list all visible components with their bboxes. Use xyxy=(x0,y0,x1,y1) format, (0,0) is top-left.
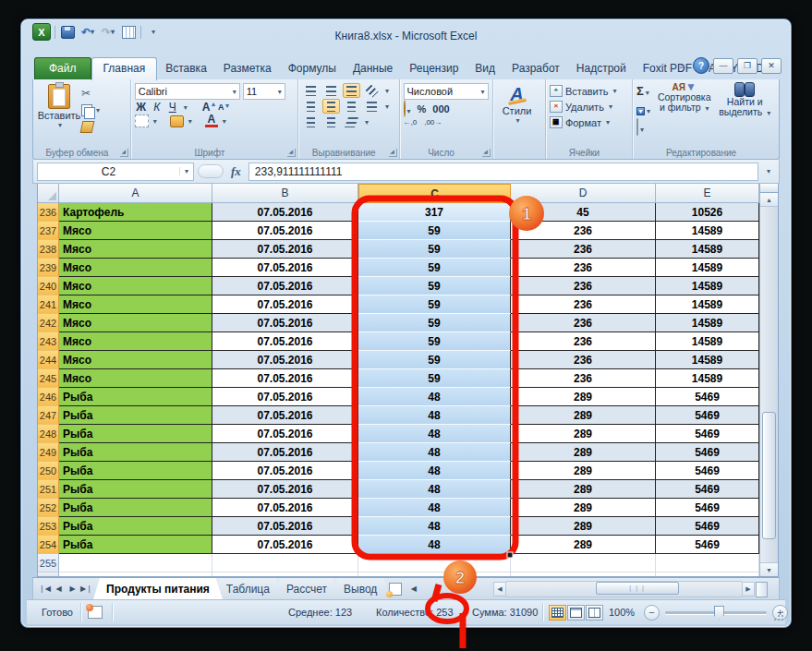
zoom-out-button[interactable]: − xyxy=(644,605,660,621)
dialog-launcher-icon[interactable]: ◢ xyxy=(482,149,491,157)
cell-D252[interactable]: 289 xyxy=(511,499,656,517)
cell-E252[interactable]: 5469 xyxy=(656,499,759,517)
tab-рецензир[interactable]: Рецензир xyxy=(401,58,467,79)
row-header-251[interactable]: 251 xyxy=(38,480,59,499)
cell-A237[interactable]: Мясо xyxy=(59,222,212,240)
cell-C254-selected[interactable]: 48 xyxy=(358,536,511,554)
cell-C246-selected[interactable]: 48 xyxy=(358,388,511,406)
cell-A240[interactable]: Мясо xyxy=(59,277,212,295)
cell-B240[interactable]: 07.05.2016 xyxy=(212,277,358,295)
tab-надстрой[interactable]: Надстрой xyxy=(568,58,635,79)
font-color-button[interactable]: А xyxy=(205,115,218,127)
cell-E239[interactable]: 14589 xyxy=(656,259,759,277)
cell-D250[interactable]: 289 xyxy=(511,462,656,480)
cell-C248-selected[interactable]: 48 xyxy=(358,425,511,443)
tab-разработ[interactable]: Разработ xyxy=(503,58,568,79)
cell-A244[interactable]: Мясо xyxy=(59,351,212,369)
cell-B238[interactable]: 07.05.2016 xyxy=(212,240,358,259)
cell-C240-selected[interactable]: 59 xyxy=(358,277,511,295)
percent-style-button[interactable]: % xyxy=(418,103,427,115)
collapse-ribbon-icon[interactable]: ▵ xyxy=(674,61,689,70)
cell-D242[interactable]: 236 xyxy=(511,314,656,332)
cell-B241[interactable]: 07.05.2016 xyxy=(212,295,358,314)
column-header-A[interactable]: A xyxy=(59,184,212,203)
vertical-scrollbar[interactable]: ▲ ▼ xyxy=(759,184,778,576)
cell-A253[interactable]: Рыба xyxy=(59,517,212,536)
cell-D251[interactable]: 289 xyxy=(511,480,656,499)
cell-B248[interactable]: 07.05.2016 xyxy=(212,425,358,443)
cell-C255[interactable] xyxy=(358,554,511,573)
clear-button[interactable]: ▾ xyxy=(636,119,650,136)
cell-C253-selected[interactable]: 48 xyxy=(358,517,511,536)
cell-A238[interactable]: Мясо xyxy=(59,240,212,259)
cell-B249[interactable]: 07.05.2016 xyxy=(212,443,358,462)
redo-button[interactable]: ↷▾ xyxy=(100,24,116,40)
cell-D236[interactable]: 45 xyxy=(511,203,656,222)
number-format-select[interactable]: Числовой▾ xyxy=(404,83,489,100)
scroll-down-button[interactable]: ▼ xyxy=(760,562,778,576)
dialog-launcher-icon[interactable]: ◢ xyxy=(287,149,296,157)
cell-E244[interactable]: 14589 xyxy=(656,351,759,369)
cell-C249-selected[interactable]: 48 xyxy=(358,443,511,462)
cell-B237[interactable]: 07.05.2016 xyxy=(212,222,358,240)
row-header-241[interactable]: 241 xyxy=(38,295,59,314)
shrink-font-button[interactable]: A▼ xyxy=(218,102,231,112)
cell-A241[interactable]: Мясо xyxy=(59,295,212,314)
fill-color-icon[interactable] xyxy=(170,115,184,127)
delete-cells-button[interactable]: ×Удалить▾ xyxy=(550,100,628,114)
cell-E237[interactable]: 14589 xyxy=(656,222,759,240)
first-sheet-button[interactable]: ❘◀ xyxy=(39,583,51,596)
dialog-launcher-icon[interactable]: ◢ xyxy=(120,149,128,157)
cell-A251[interactable]: Рыба xyxy=(59,480,212,499)
help-button[interactable]: ? xyxy=(693,57,709,74)
cell-C239-selected[interactable]: 59 xyxy=(358,259,511,277)
row-header-242[interactable]: 242 xyxy=(38,314,59,332)
cell-A255[interactable] xyxy=(59,554,212,573)
align-left-button[interactable] xyxy=(302,99,320,114)
cell-D247[interactable]: 289 xyxy=(511,406,656,425)
tab-вставка[interactable]: Вставка xyxy=(157,58,215,79)
sheet-tab-таблица[interactable]: Таблица xyxy=(213,578,283,599)
comma-style-button[interactable]: 000 xyxy=(432,103,449,115)
cell-E254[interactable]: 5469 xyxy=(656,536,759,554)
accounting-format-button[interactable]: ▾ xyxy=(404,101,411,117)
page-layout-view-button[interactable] xyxy=(567,605,585,621)
minimize-button[interactable]: — xyxy=(713,58,733,74)
cell-B253[interactable]: 07.05.2016 xyxy=(212,517,358,536)
row-header-237[interactable]: 237 xyxy=(38,222,59,240)
tab-file[interactable]: Файл xyxy=(34,57,91,79)
column-header-E[interactable]: E xyxy=(656,184,759,203)
align-top-button[interactable] xyxy=(302,83,320,98)
cell-E249[interactable]: 5469 xyxy=(656,443,759,462)
cell-D241[interactable]: 236 xyxy=(511,295,656,314)
select-all-corner[interactable] xyxy=(38,184,59,203)
scroll-left-button[interactable]: ◀ xyxy=(493,582,506,597)
cell-B239[interactable]: 07.05.2016 xyxy=(212,259,358,277)
zoom-slider-thumb[interactable] xyxy=(714,606,724,621)
dialog-launcher-icon[interactable]: ◢ xyxy=(389,149,397,157)
autosum-button[interactable]: Σ▾ xyxy=(636,82,650,99)
cell-C243-selected[interactable]: 59 xyxy=(358,332,511,351)
cell-B246[interactable]: 07.05.2016 xyxy=(212,388,358,406)
cell-B255[interactable] xyxy=(212,554,358,573)
cell-A245[interactable]: Мясо xyxy=(59,369,212,388)
cell-C237-selected[interactable]: 59 xyxy=(358,222,511,240)
cell-B242[interactable]: 07.05.2016 xyxy=(212,314,358,332)
column-header-C[interactable]: C xyxy=(358,184,511,203)
cell-A250[interactable]: Рыба xyxy=(59,462,212,480)
cell-C238-selected[interactable]: 59 xyxy=(358,240,511,259)
cell-E242[interactable]: 14589 xyxy=(656,314,759,332)
normal-view-button[interactable] xyxy=(549,605,566,621)
row-header-243[interactable]: 243 xyxy=(38,332,59,351)
cell-E243[interactable]: 14589 xyxy=(656,332,759,351)
row-header-255[interactable]: 255 xyxy=(38,554,59,573)
horizontal-scroll-thumb[interactable]: ❘❘❘ xyxy=(596,582,679,595)
tab-данные[interactable]: Данные xyxy=(345,58,401,79)
cell-D240[interactable]: 236 xyxy=(511,277,656,295)
cell-A249[interactable]: Рыба xyxy=(59,443,212,462)
row-header-240[interactable]: 240 xyxy=(38,277,59,295)
title-bar[interactable]: X ↶▾ ↷▾ ▾ Книга8.xlsx - Microsoft Excel xyxy=(21,19,791,54)
tab-split-handle[interactable] xyxy=(756,582,768,597)
increase-indent-button[interactable] xyxy=(322,115,340,129)
cell-E251[interactable]: 5469 xyxy=(656,480,759,499)
